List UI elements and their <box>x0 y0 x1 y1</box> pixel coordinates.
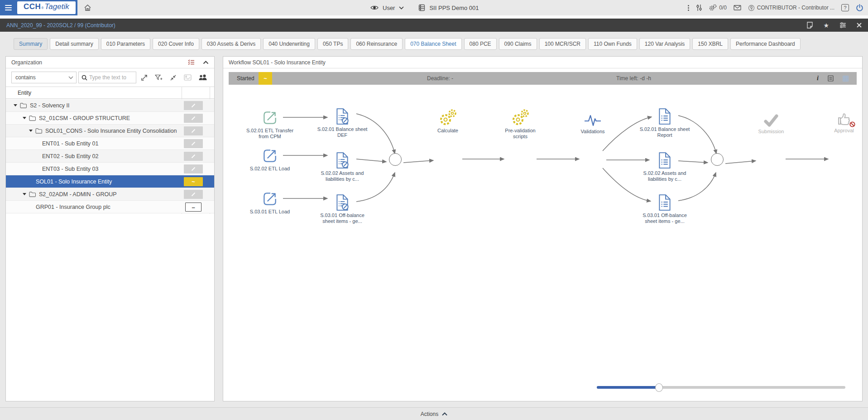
star-icon: ★ <box>823 22 829 29</box>
tree-row-label: ENT02 - Sub Entity 02 <box>42 153 98 159</box>
tree-row-label: SOL01 - Solo Insurance Entity <box>36 179 112 185</box>
tab-detail-summary[interactable]: Detail summary <box>50 38 98 50</box>
filter-operator-select[interactable]: contains <box>11 72 77 83</box>
favorite-button[interactable]: ★ <box>823 22 829 29</box>
tab-090-claims[interactable]: 090 Claims <box>499 38 537 50</box>
entity-search-input[interactable] <box>89 74 133 81</box>
tab-150-xbrl[interactable]: 150 XBRL <box>692 38 728 50</box>
tab-performance-dashboard[interactable]: Performance Dashboard <box>730 38 801 50</box>
expand-all-button[interactable] <box>138 73 150 82</box>
workflow-node-etl-transfer-s0201[interactable]: S.02.01 ETL Transfer from CPM <box>242 108 298 139</box>
edit-status-button[interactable] <box>184 139 203 148</box>
tree-row-label: ENT01 - Sub Entity 01 <box>42 140 98 147</box>
collapse-all-button[interactable] <box>167 73 179 82</box>
zoom-slider-handle[interactable] <box>655 383 663 392</box>
tree-row-s2[interactable]: S2 - Solvency II <box>6 99 214 112</box>
tab-040-underwriting[interactable]: 040 Underwriting <box>263 38 315 50</box>
workflow-node-assets-liabilities-form[interactable]: S.02.02 Assets and liabilities by c... <box>314 151 370 182</box>
tree-row-ent03[interactable]: ENT03 - Sub Entity 03 <box>6 163 214 175</box>
help-button[interactable]: ? <box>841 4 849 11</box>
hierarchy-list-button[interactable] <box>188 59 195 65</box>
tab-020-cover-info[interactable]: 020 Cover Info <box>153 38 199 50</box>
check-icon <box>763 114 779 127</box>
workflow-list-view-button[interactable] <box>828 75 834 82</box>
close-process-button[interactable] <box>857 23 862 28</box>
workflow-node-submission[interactable]: Submission <box>743 109 799 135</box>
home-button[interactable] <box>84 4 91 11</box>
tree-row-grp01[interactable]: GRP01 - Insurance Group plc – <box>6 201 214 213</box>
actions-bar[interactable]: Actions <box>0 407 868 420</box>
add-filter-button[interactable] <box>152 73 165 82</box>
document-edit-icon <box>335 152 350 169</box>
edit-status-button[interactable] <box>184 126 203 135</box>
settings-sliders-button[interactable] <box>696 4 702 11</box>
workflow-grid-view-button[interactable] <box>843 76 849 82</box>
workflow-node-off-balance-report[interactable]: S.03.01 Off-balance sheet items - ge... <box>637 193 693 224</box>
view-mode-eye-icon <box>370 5 379 10</box>
tab-100-mcr-scr[interactable]: 100 MCR/SCR <box>539 38 586 50</box>
expand-caret-icon[interactable] <box>23 193 26 195</box>
notes-button[interactable] <box>807 22 813 29</box>
tree-row-ent02[interactable]: ENT02 - Sub Entity 02 <box>6 150 214 163</box>
workflow-info-button[interactable]: i <box>817 75 819 82</box>
tab-050-tps[interactable]: 050 TPs <box>317 38 348 50</box>
role-selector-button[interactable]: CONTRIBUTOR - Contributor ... <box>748 5 834 11</box>
edit-status-button[interactable] <box>184 152 203 161</box>
expand-caret-icon[interactable] <box>14 104 17 106</box>
edit-status-button[interactable] <box>184 190 203 199</box>
tree-row-label: S2_01CSM - GROUP STRUCTURE <box>39 115 130 121</box>
filter-sliders-icon <box>839 22 846 28</box>
tree-row-sol01-selected[interactable]: SOL01 - Solo Insurance Entity ~ <box>6 175 214 188</box>
collapse-panel-button[interactable] <box>203 61 209 64</box>
tab-120-var-analysis[interactable]: 120 Var Analysis <box>639 38 691 50</box>
tab-080-pce[interactable]: 080 PCE <box>464 38 497 50</box>
workflow-node-pre-validation-scripts[interactable]: Pre-validation scripts <box>492 108 548 139</box>
workflow-merge-gateway[interactable] <box>389 153 402 166</box>
tree-row-ent01[interactable]: ENT01 - Sub Entity 01 <box>6 137 214 150</box>
workflow-node-label: S.02.02 Assets and liabilities by c... <box>314 170 370 182</box>
tree-row-label: GRP01 - Insurance Group plc <box>36 204 110 210</box>
tab-summary[interactable]: Summary <box>14 38 48 50</box>
workflow-node-approval[interactable]: Approval <box>816 108 868 134</box>
tab-010-parameters[interactable]: 010 Parameters <box>101 38 150 50</box>
tree-row-sol01-cons[interactable]: SOL01_CONS - Solo Insurance Entity Conso… <box>6 125 214 137</box>
process-counter-label: 0/0 <box>719 5 727 11</box>
messages-button[interactable] <box>734 5 741 10</box>
workflow-status-button[interactable]: ~ <box>184 177 203 186</box>
folder-icon <box>20 102 27 108</box>
expand-caret-icon[interactable] <box>23 117 26 119</box>
workflow-zoom-slider[interactable] <box>597 386 845 389</box>
tab-070-balance-sheet[interactable]: 070 Balance Sheet <box>405 38 461 50</box>
workflow-merge-gateway[interactable] <box>711 153 724 166</box>
etl-transfer-icon <box>261 147 278 164</box>
process-counter-button[interactable]: 0/0 <box>709 4 727 11</box>
tab-060-reinsurance[interactable]: 060 Reinsurance <box>350 38 403 50</box>
chevron-up-icon <box>203 61 209 64</box>
edit-status-button[interactable] <box>184 114 203 123</box>
tab-110-own-funds[interactable]: 110 Own Funds <box>588 38 637 50</box>
workflow-node-assets-liabilities-report[interactable]: S.02.02 Assets and liabilities by c... <box>637 151 693 182</box>
chevron-down-icon <box>399 6 404 10</box>
filter-settings-button[interactable] <box>839 22 846 28</box>
edit-status-button[interactable] <box>184 164 203 174</box>
workflow-state-badge[interactable]: ~ <box>259 72 272 85</box>
workflow-node-off-balance-form[interactable]: S.03.01 Off-balance sheet items - ge... <box>314 193 370 224</box>
workflow-node-etl-load-s0202[interactable]: S.02.02 ETL Load <box>242 146 298 172</box>
more-options-button[interactable] <box>688 5 689 11</box>
workflow-node-balance-sheet-report[interactable]: S.02.01 Balance sheet Report <box>637 107 693 138</box>
tab-030-assets-derivs[interactable]: 030 Assets & Derivs <box>201 38 261 50</box>
expand-caret-icon[interactable] <box>29 130 33 132</box>
tree-row-s2-02adm[interactable]: S2_02ADM - ADMIN - GROUP <box>6 188 214 201</box>
user-mode-dropdown[interactable] <box>399 6 404 10</box>
workflow-node-etl-load-s0301[interactable]: S.03.01 ETL Load <box>242 189 298 215</box>
workflow-node-calculate[interactable]: Calculate <box>420 108 476 134</box>
hamburger-menu-button[interactable] <box>0 0 16 15</box>
logout-button[interactable] <box>856 4 863 12</box>
workflow-node-validations[interactable]: Validations <box>565 109 621 135</box>
users-groups-button[interactable] <box>196 73 210 82</box>
edit-status-button[interactable] <box>184 101 203 110</box>
no-workflow-button[interactable]: – <box>185 203 201 212</box>
scenario-view-button[interactable] <box>181 73 194 82</box>
tree-row-s2-01csm[interactable]: S2_01CSM - GROUP STRUCTURE <box>6 112 214 125</box>
workflow-node-balance-sheet-def[interactable]: S.02.01 Balance sheet DEF <box>314 107 370 138</box>
